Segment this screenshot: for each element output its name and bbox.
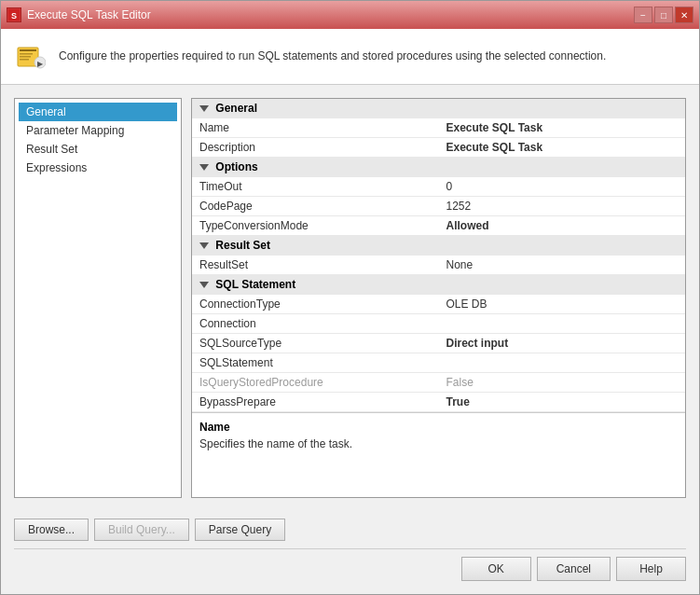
nav-item-result-set[interactable]: Result Set xyxy=(19,140,177,159)
footer-buttons-area: OK Cancel Help xyxy=(1,549,699,594)
prop-value-typeconversion: Allowed xyxy=(439,216,686,236)
header-icon: ▶ xyxy=(14,40,48,74)
properties-table: General Name Execute SQL Task Descriptio… xyxy=(192,99,685,412)
bottom-buttons-area: Browse... Build Query... Parse Query xyxy=(1,511,699,548)
section-options-label: Options xyxy=(215,160,257,173)
main-window: S Execute SQL Task Editor − □ ✕ ▶ Config… xyxy=(0,0,700,595)
svg-rect-4 xyxy=(20,53,33,55)
build-query-button[interactable]: Build Query... xyxy=(94,519,189,541)
collapse-sql-icon[interactable] xyxy=(199,282,209,288)
collapse-general-icon[interactable] xyxy=(199,105,209,112)
prop-name-description: Description xyxy=(192,138,439,158)
nav-item-general[interactable]: General xyxy=(19,103,177,121)
app-icon: S xyxy=(7,7,21,22)
section-resultset: Result Set xyxy=(192,236,685,256)
nav-item-parameter-mapping[interactable]: Parameter Mapping xyxy=(19,121,177,140)
table-row: SQLSourceType Direct input xyxy=(192,334,685,353)
titlebar: S Execute SQL Task Editor − □ ✕ xyxy=(1,1,699,29)
table-row: TypeConversionMode Allowed xyxy=(192,216,685,236)
prop-value-sqlsourcetype: Direct input xyxy=(439,334,686,353)
prop-name-bypassprepare: BypassPrepare xyxy=(192,393,439,412)
left-nav-panel: General Parameter Mapping Result Set Exp… xyxy=(14,98,182,498)
ok-button[interactable]: OK xyxy=(461,557,531,581)
svg-text:▶: ▶ xyxy=(37,60,44,68)
svg-text:S: S xyxy=(11,11,17,21)
table-row: SQLStatement xyxy=(192,353,685,373)
table-row: IsQueryStoredProcedure False xyxy=(192,373,685,393)
help-title: Name xyxy=(199,421,678,434)
collapse-options-icon[interactable] xyxy=(199,164,209,171)
browse-button[interactable]: Browse... xyxy=(14,519,89,541)
prop-name-connection: Connection xyxy=(192,314,439,334)
help-button[interactable]: Help xyxy=(616,557,686,581)
table-row: BypassPrepare True xyxy=(192,393,685,412)
table-row: Connection xyxy=(192,314,685,334)
section-options: Options xyxy=(192,158,685,177)
content-area: General Parameter Mapping Result Set Exp… xyxy=(1,85,699,511)
prop-name-typeconversion: TypeConversionMode xyxy=(192,216,439,236)
titlebar-controls: − □ ✕ xyxy=(634,7,693,23)
prop-value-bypassprepare: True xyxy=(439,393,686,412)
svg-rect-5 xyxy=(20,56,31,58)
prop-value-isstoredproc: False xyxy=(439,373,686,393)
section-sqlstatement: SQL Statement xyxy=(192,275,685,295)
prop-value-resultset: None xyxy=(439,256,686,275)
collapse-resultset-icon[interactable] xyxy=(199,242,209,249)
prop-value-sqlstatement xyxy=(439,353,686,373)
prop-name-sqlsourcetype: SQLSourceType xyxy=(192,334,439,353)
help-text: Specifies the name of the task. xyxy=(199,437,678,450)
prop-value-name: Execute SQL Task xyxy=(439,118,686,138)
table-row: Description Execute SQL Task xyxy=(192,138,685,158)
prop-value-description: Execute SQL Task xyxy=(439,138,686,158)
minimize-button[interactable]: − xyxy=(634,7,652,23)
window-title: Execute SQL Task Editor xyxy=(27,8,151,21)
maximize-button[interactable]: □ xyxy=(654,7,673,23)
titlebar-left: S Execute SQL Task Editor xyxy=(7,7,151,22)
close-button[interactable]: ✕ xyxy=(675,7,693,23)
section-resultset-label: Result Set xyxy=(215,239,270,252)
right-properties-panel: General Name Execute SQL Task Descriptio… xyxy=(191,98,686,498)
prop-value-connectiontype: OLE DB xyxy=(439,295,686,314)
prop-name-name: Name xyxy=(192,118,439,138)
nav-item-expressions[interactable]: Expressions xyxy=(19,159,177,177)
section-general-label: General xyxy=(215,102,257,115)
prop-name-sqlstatement: SQLStatement xyxy=(192,353,439,373)
table-row: TimeOut 0 xyxy=(192,177,685,197)
svg-rect-3 xyxy=(20,49,36,51)
parse-query-button[interactable]: Parse Query xyxy=(195,519,285,541)
prop-name-timeout: TimeOut xyxy=(192,177,439,197)
prop-name-connectiontype: ConnectionType xyxy=(192,295,439,314)
section-sql-label: SQL Statement xyxy=(215,278,295,291)
prop-value-timeout: 0 xyxy=(439,177,686,197)
table-row: Name Execute SQL Task xyxy=(192,118,685,138)
table-row: ResultSet None xyxy=(192,256,685,275)
cancel-button[interactable]: Cancel xyxy=(537,557,611,581)
svg-rect-6 xyxy=(20,59,29,61)
prop-value-codepage: 1252 xyxy=(439,197,686,216)
prop-name-isstoredproc: IsQueryStoredProcedure xyxy=(192,373,439,393)
table-row: CodePage 1252 xyxy=(192,197,685,216)
table-row: ConnectionType OLE DB xyxy=(192,295,685,314)
help-section: Name Specifies the name of the task. xyxy=(192,412,685,458)
prop-value-connection xyxy=(439,314,686,334)
section-general: General xyxy=(192,99,685,118)
header-description: Configure the properties required to run… xyxy=(59,48,686,64)
prop-name-codepage: CodePage xyxy=(192,197,439,216)
prop-name-resultset: ResultSet xyxy=(192,256,439,275)
header-area: ▶ Configure the properties required to r… xyxy=(1,29,699,85)
